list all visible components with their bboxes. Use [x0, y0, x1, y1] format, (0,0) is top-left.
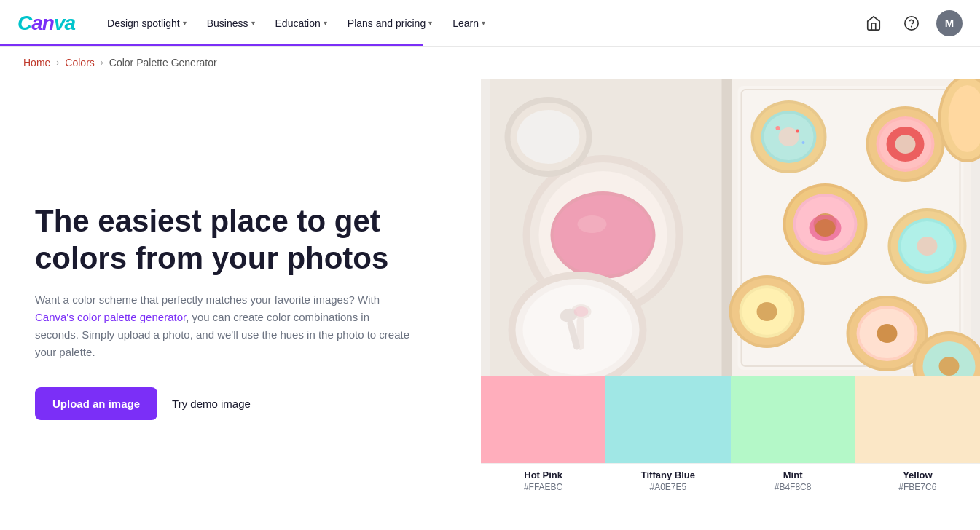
svg-point-65	[939, 357, 960, 376]
chevron-down-icon: ▾	[324, 19, 327, 27]
tiffany-blue-name: Tiffany Blue	[605, 470, 730, 480]
page-subtitle: Want a color scheme that perfectly match…	[35, 291, 414, 361]
demo-image-button[interactable]: Try demo image	[172, 398, 251, 410]
nav-right: M	[861, 10, 963, 36]
plans-pricing-label: Plans and pricing	[348, 17, 426, 29]
swatch-yellow[interactable]	[855, 376, 980, 463]
nav-plans-pricing[interactable]: Plans and pricing ▾	[339, 12, 441, 35]
main-content: The easiest place to get colors from you…	[0, 79, 980, 530]
learn-label: Learn	[452, 17, 479, 29]
hot-pink-name: Hot Pink	[481, 470, 605, 480]
main-nav: Canva Design spotlight ▾ Business ▾ Educ…	[0, 0, 980, 47]
svg-point-33	[802, 141, 805, 144]
nav-progress-bar	[0, 44, 423, 46]
swatch-mint[interactable]	[731, 376, 855, 463]
nav-items: Design spotlight ▾ Business ▾ Education …	[98, 12, 861, 35]
color-label-yellow: Yellow #FBE7C6	[855, 470, 980, 492]
nav-learn[interactable]: Learn ▾	[444, 12, 494, 35]
right-panel: Hot Pink #FFAEBC Tiffany Blue #A0E7E5 Mi…	[481, 79, 980, 530]
svg-point-31	[776, 126, 780, 130]
home-icon[interactable]	[861, 10, 887, 36]
svg-point-44	[917, 237, 938, 256]
chevron-down-icon: ▾	[482, 19, 485, 27]
cta-buttons: Upload an image Try demo image	[35, 387, 446, 420]
color-label-mint: Mint #B4F8C8	[731, 470, 855, 492]
breadcrumb-sep-1: ›	[56, 58, 59, 68]
demo-image-container	[481, 79, 980, 376]
chevron-down-icon: ▾	[183, 19, 187, 27]
chevron-down-icon: ▾	[251, 19, 255, 27]
hot-pink-hex: #FFAEBC	[481, 482, 605, 492]
breadcrumb-colors[interactable]: Colors	[65, 57, 94, 68]
color-label-tiffany-blue: Tiffany Blue #A0E7E5	[605, 470, 730, 492]
svg-point-13	[554, 195, 653, 275]
canva-logo[interactable]: Canva	[17, 12, 75, 35]
svg-rect-8	[722, 79, 732, 376]
nav-business[interactable]: Business ▾	[198, 12, 264, 35]
breadcrumb-home[interactable]: Home	[23, 57, 50, 68]
breadcrumb-sep-2: ›	[101, 58, 103, 68]
education-label: Education	[275, 17, 321, 29]
avatar-initial: M	[945, 17, 954, 29]
color-swatches	[481, 376, 980, 463]
canva-link[interactable]: Canva's color palette generator	[35, 311, 186, 323]
left-panel: The easiest place to get colors from you…	[0, 79, 481, 530]
svg-point-22	[574, 306, 589, 317]
svg-point-39	[895, 135, 916, 154]
svg-point-0	[905, 16, 918, 29]
nav-education[interactable]: Education ▾	[267, 12, 336, 35]
mint-hex: #B4F8C8	[731, 482, 855, 492]
yellow-name: Yellow	[855, 470, 980, 480]
demo-image-svg	[481, 79, 980, 376]
tiffany-blue-hex: #A0E7E5	[605, 482, 730, 492]
svg-point-56	[757, 302, 777, 321]
mint-name: Mint	[731, 470, 855, 480]
swatch-tiffany-blue[interactable]	[605, 376, 730, 463]
svg-point-61	[877, 324, 898, 343]
breadcrumb-current: Color Palette Generator	[109, 57, 217, 68]
color-labels: Hot Pink #FFAEBC Tiffany Blue #A0E7E5 Mi…	[481, 463, 980, 498]
svg-point-51	[815, 219, 836, 237]
nav-design-spotlight[interactable]: Design spotlight ▾	[98, 12, 195, 35]
svg-point-25	[517, 110, 580, 164]
chevron-down-icon: ▾	[428, 19, 432, 27]
svg-point-14	[578, 215, 607, 233]
color-label-hot-pink: Hot Pink #FFAEBC	[481, 470, 605, 492]
yellow-hex: #FBE7C6	[855, 482, 980, 492]
help-icon[interactable]	[898, 10, 925, 36]
upload-image-button[interactable]: Upload an image	[35, 387, 157, 420]
business-label: Business	[207, 17, 248, 29]
avatar[interactable]: M	[936, 10, 963, 36]
svg-point-32	[796, 130, 799, 133]
swatch-hot-pink[interactable]	[481, 376, 605, 463]
page-headline: The easiest place to get colors from you…	[35, 203, 446, 277]
design-spotlight-label: Design spotlight	[107, 17, 180, 29]
breadcrumb: Home › Colors › Color Palette Generator	[0, 47, 980, 79]
